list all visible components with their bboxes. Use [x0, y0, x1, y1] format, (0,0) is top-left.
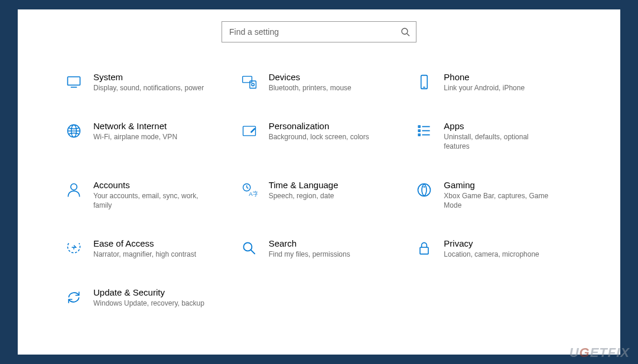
category-desc: Background, lock screen, colors [269, 132, 381, 142]
category-privacy[interactable]: Privacy Location, camera, microphone [415, 238, 573, 259]
category-desc: Link your Android, iPhone [444, 83, 556, 93]
category-grid: System Display, sound, notifications, po… [18, 72, 620, 308]
category-title: Ease of Access [93, 238, 223, 248]
category-text: Phone Link your Android, iPhone [444, 72, 573, 93]
svg-rect-19 [419, 134, 421, 136]
category-text: System Display, sound, notifications, po… [93, 72, 223, 93]
update-icon [65, 288, 83, 306]
category-title: Phone [444, 72, 573, 82]
search-container [18, 21, 620, 42]
category-ease-of-access[interactable]: Ease of Access Narrator, magnifier, high… [65, 238, 223, 259]
category-title: System [93, 72, 223, 82]
person-icon [65, 181, 83, 199]
magnifier-icon [240, 240, 258, 257]
category-time-language[interactable]: A字 Time & Language Speech, region, date [240, 180, 398, 210]
category-text: Search Find my files, permissions [269, 238, 398, 259]
svg-point-21 [71, 183, 77, 190]
svg-line-24 [246, 187, 248, 188]
category-text: Network & Internet Wi-Fi, airplane mode,… [93, 121, 223, 142]
category-phone[interactable]: Phone Link your Android, iPhone [415, 72, 573, 93]
category-text: Gaming Xbox Game Bar, captures, Game Mod… [444, 180, 573, 210]
category-desc: Find my files, permissions [269, 250, 381, 259]
system-icon [65, 73, 83, 91]
svg-point-8 [252, 83, 254, 86]
svg-rect-17 [419, 130, 421, 132]
category-text: Personalization Background, lock screen,… [269, 121, 398, 142]
svg-point-0 [402, 28, 408, 34]
category-accounts[interactable]: Accounts Your accounts, email, sync, wor… [65, 180, 223, 210]
ease-of-access-icon [65, 240, 83, 257]
category-desc: Your accounts, email, sync, work, family [93, 191, 206, 210]
category-desc: Windows Update, recovery, backup [93, 299, 206, 308]
settings-window: System Display, sound, notifications, po… [18, 9, 620, 355]
category-update-security[interactable]: Update & Security Windows Update, recove… [65, 287, 223, 308]
category-gaming[interactable]: Gaming Xbox Game Bar, captures, Game Mod… [415, 180, 573, 210]
category-desc: Speech, region, date [269, 191, 381, 201]
category-search[interactable]: Search Find my files, permissions [240, 238, 398, 259]
category-system[interactable]: System Display, sound, notifications, po… [65, 72, 223, 93]
category-title: Personalization [269, 121, 398, 131]
svg-rect-2 [68, 77, 80, 85]
category-title: Privacy [444, 238, 573, 248]
category-text: Devices Bluetooth, printers, mouse [269, 72, 398, 93]
globe-icon [65, 122, 83, 140]
category-title: Update & Security [93, 287, 223, 297]
category-desc: Xbox Game Bar, captures, Game Mode [444, 191, 556, 210]
category-text: Time & Language Speech, region, date [269, 180, 398, 201]
devices-icon [240, 73, 258, 91]
category-text: Privacy Location, camera, microphone [444, 238, 573, 259]
category-title: Devices [269, 72, 398, 82]
category-desc: Display, sound, notifications, power [93, 83, 206, 93]
category-desc: Location, camera, microphone [444, 250, 556, 259]
category-personalization[interactable]: Personalization Background, lock screen,… [240, 121, 398, 151]
svg-rect-15 [419, 126, 421, 127]
category-title: Search [269, 238, 398, 248]
svg-rect-30 [420, 247, 428, 254]
category-title: Gaming [444, 180, 573, 190]
svg-point-28 [243, 242, 252, 251]
category-desc: Narrator, magnifier, high contrast [93, 250, 206, 259]
gaming-icon [415, 181, 433, 199]
search-input[interactable] [229, 27, 401, 37]
category-title: Apps [444, 121, 573, 131]
svg-rect-7 [250, 81, 256, 88]
category-text: Apps Uninstall, defaults, optional featu… [444, 121, 573, 151]
category-network[interactable]: Network & Internet Wi-Fi, airplane mode,… [65, 121, 223, 151]
apps-icon [415, 122, 433, 140]
svg-rect-9 [421, 76, 428, 89]
category-desc: Bluetooth, printers, mouse [269, 83, 381, 93]
category-title: Time & Language [269, 180, 398, 190]
phone-icon [415, 73, 433, 91]
time-language-icon: A字 [240, 181, 258, 199]
personalization-icon [240, 122, 258, 140]
category-title: Accounts [93, 180, 223, 190]
svg-rect-14 [243, 126, 255, 136]
lock-icon [415, 240, 433, 257]
category-devices[interactable]: Devices Bluetooth, printers, mouse [240, 72, 398, 93]
category-desc: Uninstall, defaults, optional features [444, 132, 556, 151]
category-desc: Wi-Fi, airplane mode, VPN [93, 132, 206, 142]
search-box[interactable] [222, 21, 416, 42]
search-icon [401, 27, 410, 37]
watermark: UGETFIX [569, 345, 630, 360]
svg-line-29 [250, 250, 255, 254]
svg-text:A字: A字 [249, 190, 258, 196]
category-text: Ease of Access Narrator, magnifier, high… [93, 238, 223, 259]
svg-point-26 [418, 183, 431, 196]
category-apps[interactable]: Apps Uninstall, defaults, optional featu… [415, 121, 573, 151]
svg-rect-4 [242, 76, 252, 83]
category-title: Network & Internet [93, 121, 223, 131]
svg-line-1 [407, 34, 409, 36]
svg-point-27 [424, 186, 425, 188]
category-text: Accounts Your accounts, email, sync, wor… [93, 180, 223, 210]
category-text: Update & Security Windows Update, recove… [93, 287, 223, 308]
